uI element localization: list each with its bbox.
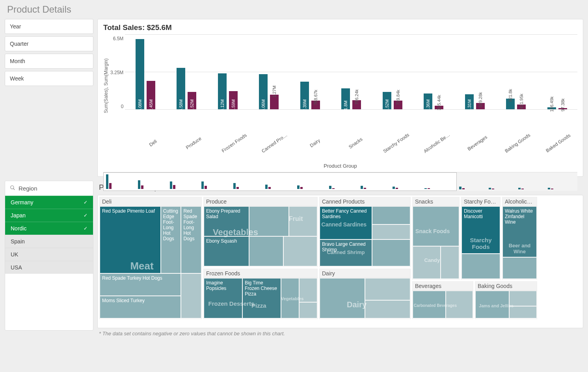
treemap-cell[interactable]: [365, 300, 410, 318]
treemap-cell[interactable]: [475, 291, 509, 318]
bar-chart-overview[interactable]: [103, 172, 577, 191]
filter-week[interactable]: Week: [5, 71, 93, 86]
treemap-cell[interactable]: [181, 273, 201, 318]
sales-bar[interactable]: 2.39M: [300, 82, 309, 109]
treemap-cell[interactable]: Big Time Frozen Cheese Pizza: [242, 278, 281, 318]
filter-month[interactable]: Month: [5, 54, 93, 69]
treemap-cell[interactable]: [413, 291, 446, 318]
treemap-group-deli[interactable]: Deli Red Spade Pimento Loaf Cutting Edge…: [99, 197, 202, 319]
sales-bar[interactable]: 3.58M: [177, 68, 185, 109]
treemap-group-header[interactable]: Dairy: [320, 269, 410, 278]
bar-value-label: 411.95k: [519, 93, 524, 109]
treemap-panel[interactable]: Deli Red Spade Pimento Loaf Cutting Edge…: [97, 195, 583, 328]
margin-bar[interactable]: 559.28k: [476, 103, 485, 109]
treemap-group-beverages[interactable]: Beverages Carbonated Beverages: [412, 281, 473, 319]
treemap-cell[interactable]: Moms Sliced Turkey: [100, 296, 181, 318]
treemap-cell[interactable]: [441, 246, 459, 279]
bar-value-label: 921.8k: [508, 89, 513, 102]
region-item-japan[interactable]: Japan✓: [5, 209, 93, 222]
treemap-cell[interactable]: [446, 291, 473, 318]
treemap-group-header[interactable]: Starchy Fo…: [461, 197, 500, 206]
treemap-cell[interactable]: Imagine Popsicles: [204, 278, 242, 318]
treemap-cell[interactable]: [281, 278, 299, 318]
treemap-group-header[interactable]: Baking Goods: [475, 282, 537, 291]
check-icon: ✓: [84, 200, 87, 205]
treemap-cell[interactable]: [249, 206, 289, 236]
bar-value-label: 1.36M: [426, 99, 430, 112]
treemap-cell[interactable]: Discover Manicotti: [461, 206, 500, 254]
sales-bar[interactable]: 921.8k: [506, 99, 515, 109]
y-tick: 3.25M: [110, 70, 123, 75]
treemap-cell[interactable]: [461, 254, 500, 279]
treemap-group-alcoholic[interactable]: Alcoholic… Walrus White Zinfandel Wine B…: [502, 197, 537, 280]
margin-bar[interactable]: 796.24k: [352, 100, 361, 109]
treemap-group-header[interactable]: Deli: [100, 197, 201, 206]
treemap-group-header[interactable]: Snacks: [413, 197, 459, 206]
region-item-spain[interactable]: Spain: [5, 235, 93, 248]
region-item-usa[interactable]: USA: [5, 261, 93, 274]
treemap-group-header[interactable]: Produce: [204, 197, 317, 206]
treemap-cell[interactable]: [372, 224, 410, 239]
margin-bar[interactable]: 2.45M: [147, 81, 155, 109]
treemap-group-baking[interactable]: Baking Goods Jams and Jellies: [475, 281, 537, 319]
sales-bar[interactable]: 1.8M: [341, 88, 350, 109]
treemap-cell[interactable]: [283, 236, 317, 266]
treemap-cell[interactable]: [413, 206, 459, 246]
margin-bar[interactable]: 768.67k: [311, 101, 320, 109]
region-item-nordic[interactable]: Nordic✓: [5, 222, 93, 235]
treemap-cell[interactable]: Ebony Squash: [204, 236, 249, 266]
treemap-cell[interactable]: [502, 257, 537, 279]
treemap-cell[interactable]: Walrus White Zinfandel Wine: [502, 206, 537, 257]
treemap-group-produce[interactable]: Produce Ebony Prepared Salad Ebony Squas…: [203, 197, 318, 267]
treemap-group-canned[interactable]: Canned Products Better Fancy Canned Sard…: [319, 197, 411, 267]
treemap-cell[interactable]: [509, 306, 537, 319]
treemap-cell[interactable]: Red Spade Pimento Loaf: [100, 206, 161, 273]
sales-bar[interactable]: 3.12M: [218, 73, 227, 109]
treemap-cell[interactable]: Bravo Large Canned Shrimp: [320, 239, 372, 266]
bar-value-label: 2.45M: [149, 99, 153, 112]
treemap-group-frozen[interactable]: Frozen Foods Imagine Popsicles Big Time …: [203, 269, 318, 319]
margin-bar[interactable]: 1.52M: [188, 92, 196, 109]
margin-bar[interactable]: 97.38k: [558, 108, 567, 109]
plot-area[interactable]: 6.08M2.45M3.58M1.52M3.12M1.59M3.06M1.27M…: [125, 34, 577, 109]
treemap-group-dairy[interactable]: Dairy Dairy: [319, 269, 411, 319]
treemap-group-starchy[interactable]: Starchy Fo… Discover Manicotti Starchy F…: [461, 197, 501, 280]
sales-bar[interactable]: 6.08M: [136, 39, 144, 109]
search-icon[interactable]: [10, 185, 15, 192]
treemap-cell[interactable]: [320, 278, 365, 318]
treemap-cell[interactable]: [299, 278, 317, 302]
treemap-group-header[interactable]: Beverages: [413, 282, 473, 291]
treemap-cell[interactable]: [413, 246, 441, 279]
treemap-cell[interactable]: Better Fancy Canned Sardines: [320, 206, 372, 239]
treemap-cell[interactable]: [509, 291, 537, 306]
margin-bar[interactable]: 1.59M: [229, 91, 238, 109]
sales-bar[interactable]: 1.52M: [383, 92, 391, 109]
treemap-cell[interactable]: [372, 239, 410, 266]
treemap-cell[interactable]: Red Spade Foot-Long Hot Dogs: [181, 206, 201, 273]
sales-bar[interactable]: 3.06M: [259, 74, 268, 109]
treemap-group-header[interactable]: Frozen Foods: [204, 269, 317, 278]
treemap-cell[interactable]: [289, 206, 317, 236]
sales-bar[interactable]: 186.49k: [547, 107, 556, 109]
y-ticks: 6.5M 3.25M 0: [110, 34, 123, 109]
sales-bar[interactable]: 1.31M: [465, 94, 474, 109]
treemap-cell[interactable]: Red Spade Turkey Hot Dogs: [100, 273, 181, 296]
treemap-cell[interactable]: [299, 302, 317, 318]
treemap-group-snacks[interactable]: Snacks Snack Foods Candy: [412, 197, 460, 280]
region-item-uk[interactable]: UK: [5, 248, 93, 261]
margin-bar[interactable]: 411.95k: [517, 105, 526, 109]
treemap-cell[interactable]: Ebony Prepared Salad: [204, 206, 249, 236]
treemap-group-header[interactable]: Canned Products: [320, 197, 410, 206]
treemap-cell[interactable]: Cutting Edge Foot-Long Hot Dogs: [161, 206, 181, 273]
treemap-group-header[interactable]: Alcoholic…: [502, 197, 537, 206]
treemap-cell[interactable]: [249, 236, 283, 266]
sales-bar[interactable]: 1.36M: [424, 93, 432, 109]
margin-bar[interactable]: 1.27M: [270, 95, 279, 109]
treemap-cell[interactable]: [372, 206, 410, 224]
filter-quarter[interactable]: Quarter: [5, 36, 93, 51]
margin-bar[interactable]: 739.84k: [394, 101, 402, 109]
region-item-germany[interactable]: Germany✓: [5, 196, 93, 209]
margin-bar[interactable]: 305.44k: [435, 106, 443, 109]
filter-year[interactable]: Year: [5, 19, 93, 34]
treemap-cell[interactable]: [365, 278, 410, 300]
